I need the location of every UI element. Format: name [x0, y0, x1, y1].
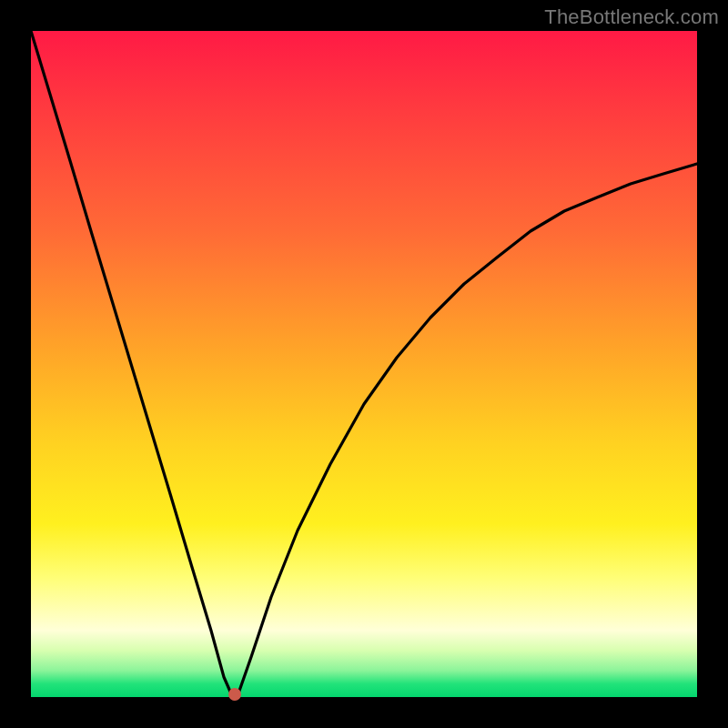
chart-frame: TheBottleneck.com — [0, 0, 728, 728]
curve-path — [31, 31, 697, 693]
watermark-text: TheBottleneck.com — [544, 5, 719, 29]
bottleneck-curve — [31, 31, 697, 697]
min-marker-dot — [228, 688, 241, 701]
plot-area — [31, 31, 697, 697]
